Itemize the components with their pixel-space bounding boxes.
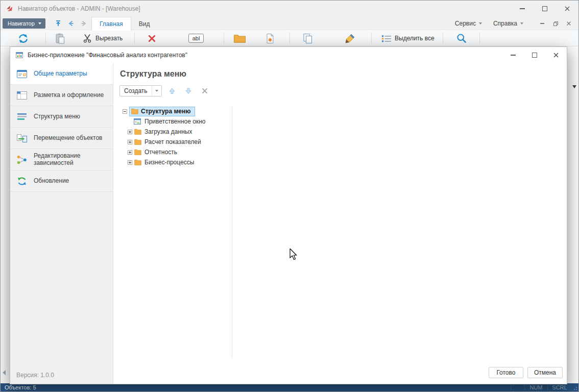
dialog-controls (502, 47, 567, 63)
child-close-button[interactable] (563, 19, 574, 28)
collapse-expander-icon[interactable] (123, 109, 127, 114)
move-down-button[interactable] (182, 85, 195, 96)
sidebar-item-move-objects[interactable]: Перемещение объектов (10, 128, 113, 149)
minimize-button[interactable] (511, 1, 534, 17)
ribbon-tabs: Главная Вид (91, 17, 157, 31)
select-all-icon (381, 34, 392, 43)
sidebar-item-general-params[interactable]: Общие параметры (10, 63, 113, 85)
layout-icon (15, 90, 29, 101)
app-logo-icon (6, 5, 14, 13)
tree-item-folder[interactable]: Бизнес-процессы (123, 157, 205, 167)
delete-node-button[interactable] (199, 85, 211, 96)
create-button[interactable]: Создать (119, 85, 162, 96)
scroll-left-icon[interactable] (3, 370, 6, 375)
tree-item-label: Отчетность (144, 149, 177, 156)
create-button-label: Создать (120, 87, 152, 94)
statusbar-indicators: NUM SCRL (511, 383, 578, 391)
delete-icon (201, 87, 208, 94)
sidebar-item-label: Перемещение объектов (34, 135, 102, 142)
help-menu[interactable]: Справка (493, 20, 523, 27)
menu-structure-icon (15, 111, 29, 122)
delete-button[interactable] (148, 32, 156, 45)
cancel-button[interactable]: Отмена (527, 367, 563, 378)
tree-root-selection[interactable]: Структура меню (129, 107, 195, 116)
quick-nav-icons (53, 18, 89, 29)
toolbar-separator (290, 32, 290, 44)
done-button[interactable]: Готово (489, 367, 523, 378)
dialog-content: Структура меню Создать (113, 63, 567, 384)
sidebar-item-label: Общие параметры (34, 70, 87, 78)
tab-home[interactable]: Главная (91, 17, 131, 31)
back-button[interactable] (66, 18, 76, 29)
select-all-button[interactable]: Выделить все (381, 32, 435, 45)
dialog-minimize-button[interactable] (502, 47, 524, 63)
pencil-icon (345, 33, 356, 44)
expand-expander-icon[interactable] (128, 130, 132, 134)
service-menu[interactable]: Сервис (455, 20, 482, 27)
sidebar-item-menu-structure[interactable]: Структура меню (10, 106, 113, 128)
maximize-button[interactable] (534, 1, 556, 17)
dialog-maximize-button[interactable] (524, 47, 545, 63)
move-objects-icon (15, 133, 29, 144)
statusbar: Объектов: 5 NUM SCRL (1, 383, 578, 391)
general-params-icon (15, 68, 29, 80)
tree-item-welcome[interactable]: Приветственное окно (123, 116, 205, 127)
dialog-footer: Готово Отмена (489, 367, 563, 378)
sidebar-item-update[interactable]: Обновление (10, 170, 113, 192)
copy-button[interactable] (302, 32, 313, 45)
resize-grip[interactable] (571, 383, 578, 391)
sidebar-item-edit-dependencies[interactable]: Редактирование зависимостей (10, 149, 113, 170)
minimize-icon (520, 8, 525, 9)
paste-button[interactable] (55, 32, 65, 45)
expand-expander-icon[interactable] (128, 160, 132, 165)
toolbar-separator (371, 32, 372, 44)
menu-structure-tree: Структура меню Приветственное окно (123, 106, 205, 167)
tab-view[interactable]: Вид (131, 17, 158, 31)
expand-expander-icon[interactable] (128, 150, 132, 155)
folder-icon (134, 139, 141, 145)
scroll-lock-indicator: SCRL (548, 383, 571, 391)
dialog-close-button[interactable] (545, 47, 567, 63)
move-up-button[interactable] (166, 85, 178, 96)
refresh-button[interactable] (17, 32, 30, 45)
forward-button[interactable] (79, 18, 89, 29)
minimize-icon (511, 55, 516, 56)
navigator-menu-button[interactable]: Навигатор (3, 18, 45, 29)
dialog-icon (15, 51, 23, 59)
titlebar: Навигатор объектов - ADMIN - [Warehouse] (1, 1, 578, 17)
new-folder-button[interactable] (233, 32, 246, 45)
page-title: Структура меню (120, 69, 186, 79)
expand-expander-icon[interactable] (128, 140, 132, 144)
content-divider (232, 106, 232, 358)
close-icon (566, 21, 571, 26)
service-menu-label: Сервис (455, 20, 476, 27)
copy-icon (302, 33, 313, 44)
tree-item-folder[interactable]: Отчетность (123, 147, 205, 157)
cut-button[interactable]: Вырезать (82, 32, 123, 45)
toolbar-separator (479, 32, 480, 44)
tree-item-folder[interactable]: Загрузка данных (123, 127, 205, 137)
child-minimize-button[interactable] (537, 19, 548, 28)
chevron-down-icon (520, 22, 523, 24)
mouse-cursor-icon (290, 249, 299, 264)
splitter-marker-icon (572, 85, 576, 88)
close-button[interactable] (556, 1, 578, 17)
collapse-to-top-button[interactable] (53, 18, 63, 29)
sidebar-item-layout[interactable]: Разметка и оформление (10, 85, 113, 106)
tree-item-label: Расчет показателей (144, 138, 201, 145)
tree-root-row[interactable]: Структура меню (123, 106, 205, 116)
cut-label: Вырезать (95, 35, 123, 42)
rename-button[interactable]: abl (188, 32, 204, 45)
close-icon (553, 52, 559, 58)
select-all-label: Выделить все (395, 35, 435, 42)
search-button[interactable] (456, 32, 467, 45)
maximize-icon (542, 6, 547, 11)
folder-icon (131, 108, 138, 114)
ribbon-tab-row: Навигатор Главная Вид Сервис Справка (1, 17, 578, 30)
tree-item-folder[interactable]: Расчет показателей (123, 137, 205, 147)
edit-button[interactable] (345, 32, 356, 45)
new-item-button[interactable] (265, 32, 275, 45)
toolbar-separator (224, 32, 224, 44)
child-restore-button[interactable] (550, 19, 561, 28)
main-toolbar: Вырезать abl (1, 30, 578, 46)
